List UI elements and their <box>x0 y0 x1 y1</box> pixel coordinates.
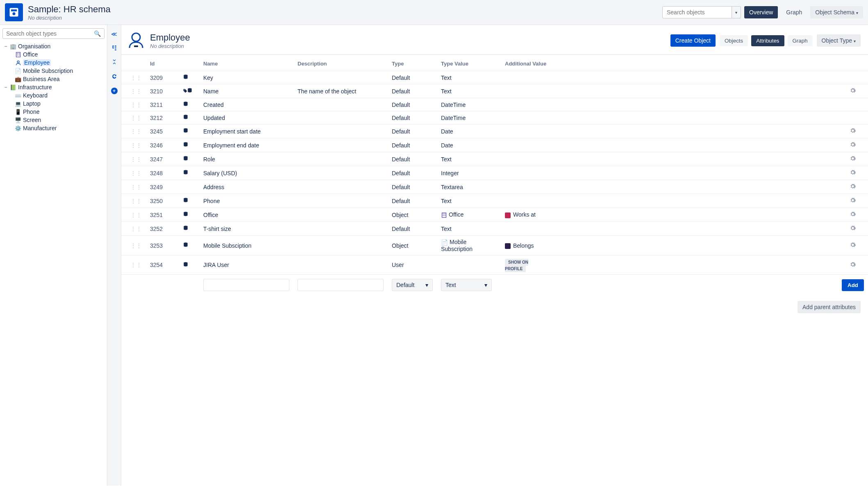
attribute-type-value: DateTime <box>437 111 501 124</box>
drag-handle-icon[interactable]: ⋮⋮ <box>130 128 142 135</box>
drag-handle-icon[interactable]: ⋮⋮ <box>130 75 142 81</box>
collapse-icon[interactable]: ≪ <box>111 31 117 37</box>
svg-rect-1 <box>11 9 17 11</box>
search-objects[interactable]: ▾ <box>662 6 741 18</box>
type-value-icon <box>441 212 447 218</box>
attribute-id: 3246 <box>146 138 179 152</box>
attribute-type-value: Date <box>437 138 501 152</box>
drag-handle-icon[interactable]: ⋮⋮ <box>130 142 142 149</box>
gear-icon[interactable] <box>850 156 856 163</box>
chevron-down-icon: ▾ <box>425 282 428 288</box>
gear-icon[interactable] <box>850 226 856 233</box>
attribute-additional-value <box>501 194 838 208</box>
attribute-row: ⋮⋮3245Employment start dateDefaultDate <box>121 124 868 138</box>
tree-node-organisation[interactable]: −🏢Organisation <box>2 42 107 50</box>
gear-icon[interactable] <box>850 243 856 249</box>
search-objects-input[interactable] <box>662 6 732 18</box>
attribute-id: 3252 <box>146 222 179 236</box>
attribute-type: Default <box>388 84 437 98</box>
tab-attributes[interactable]: Attributes <box>751 35 784 46</box>
tree-node-phone[interactable]: 📱Phone <box>2 108 107 116</box>
tree-node-infrastructure[interactable]: −📗Infrastructure <box>2 83 107 91</box>
attribute-id: 3254 <box>146 255 179 275</box>
new-attribute-name-input[interactable] <box>203 279 289 291</box>
attribute-id: 3247 <box>146 152 179 166</box>
drag-handle-icon[interactable]: ⋮⋮ <box>130 115 142 121</box>
gear-icon[interactable] <box>850 262 856 269</box>
add-icon[interactable]: + <box>111 88 118 94</box>
drag-handle-icon[interactable]: ⋮⋮ <box>130 198 142 204</box>
gear-icon[interactable] <box>850 198 856 205</box>
new-attribute-type-value-select[interactable]: Text▾ <box>441 279 492 291</box>
drag-handle-icon[interactable]: ⋮⋮ <box>130 170 142 176</box>
database-icon <box>183 128 189 135</box>
new-attribute-type-select[interactable]: Default▾ <box>392 279 433 291</box>
attribute-description <box>293 222 388 236</box>
chevron-down-icon: ▾ <box>854 39 856 43</box>
gear-icon[interactable] <box>850 212 856 219</box>
schema-description: No description <box>28 15 111 21</box>
tab-graph[interactable]: Graph <box>788 35 813 46</box>
add-parent-attributes-button[interactable]: Add parent attributes <box>798 301 861 313</box>
attribute-row: ⋮⋮3209KeyDefaultText <box>121 71 868 84</box>
attribute-row: ⋮⋮3211CreatedDefaultDateTime <box>121 98 868 111</box>
tree-node-label: Organisation <box>18 43 50 50</box>
drag-handle-icon[interactable]: ⋮⋮ <box>130 184 142 190</box>
attribute-description <box>293 255 388 275</box>
add-attribute-row: Default▾Text▾Add <box>121 275 868 296</box>
attribute-additional-value <box>501 84 838 98</box>
new-attribute-description-input[interactable] <box>298 279 384 291</box>
tree-toggle-icon[interactable]: − <box>3 43 8 49</box>
attribute-row: ⋮⋮3212UpdatedDefaultDateTime <box>121 111 868 124</box>
add-attribute-button[interactable]: Add <box>842 279 864 291</box>
tree-toggle-icon[interactable]: − <box>3 84 8 90</box>
create-object-button[interactable]: Create Object <box>670 34 716 47</box>
collapse-all-icon[interactable] <box>111 59 117 66</box>
tree-node-keyboard[interactable]: ⌨️Keyboard <box>2 91 107 99</box>
overview-button[interactable]: Overview <box>744 6 778 18</box>
gear-icon[interactable] <box>850 170 856 177</box>
attribute-name: Salary (USD) <box>199 166 293 180</box>
search-objects-dropdown[interactable]: ▾ <box>732 6 741 18</box>
gear-icon[interactable] <box>850 88 856 95</box>
drag-handle-icon[interactable]: ⋮⋮ <box>130 88 142 95</box>
svg-rect-4 <box>17 53 18 54</box>
tree-node-laptop[interactable]: 💻Laptop <box>2 99 107 108</box>
attribute-additional-value: Belongs <box>501 236 838 255</box>
drag-handle-icon[interactable]: ⋮⋮ <box>130 156 142 163</box>
drag-handle-icon[interactable]: ⋮⋮ <box>130 262 142 268</box>
drag-handle-icon[interactable]: ⋮⋮ <box>130 102 142 108</box>
object-type-menu[interactable]: Object Type▾ <box>817 34 861 47</box>
gear-icon[interactable] <box>850 142 856 149</box>
attribute-id: 3251 <box>146 208 179 222</box>
tree-node-mobile-subscription[interactable]: 📄Mobile Subscription <box>2 67 107 75</box>
tab-objects[interactable]: Objects <box>720 35 748 46</box>
tree-node-business-area[interactable]: 💼Business Area <box>2 75 107 83</box>
attribute-description <box>293 180 388 194</box>
tree-node-office[interactable]: Office <box>2 50 107 59</box>
tree-node-icon: 💻 <box>15 100 21 107</box>
attribute-additional-value: Works at <box>501 208 838 222</box>
gear-icon[interactable] <box>850 184 856 191</box>
drag-handle-icon[interactable]: ⋮⋮ <box>130 242 142 249</box>
gear-icon[interactable] <box>850 129 856 135</box>
graph-button[interactable]: Graph <box>781 6 807 18</box>
sidebar-search[interactable]: 🔍 <box>2 28 105 39</box>
tree-icon[interactable] <box>111 45 117 52</box>
attribute-name: Employment start date <box>199 124 293 138</box>
attribute-description <box>293 152 388 166</box>
tree-node-label: Phone <box>23 109 39 115</box>
database-icon <box>183 114 189 121</box>
refresh-icon[interactable] <box>111 73 117 80</box>
tree-node-manufacturer[interactable]: ⚙️Manufacturer <box>2 124 107 132</box>
sidebar-search-input[interactable] <box>6 30 94 37</box>
drag-handle-icon[interactable]: ⋮⋮ <box>130 212 142 218</box>
tree-node-employee[interactable]: Employee <box>2 59 107 67</box>
drag-handle-icon[interactable]: ⋮⋮ <box>130 226 142 232</box>
tree-node-screen[interactable]: 🖥️Screen <box>2 116 107 124</box>
attribute-type: Default <box>388 166 437 180</box>
attribute-type: Default <box>388 194 437 208</box>
additional-value-text: Belongs <box>513 242 534 249</box>
object-schema-button[interactable]: Object Schema▾ <box>810 6 863 18</box>
color-swatch <box>505 212 511 218</box>
